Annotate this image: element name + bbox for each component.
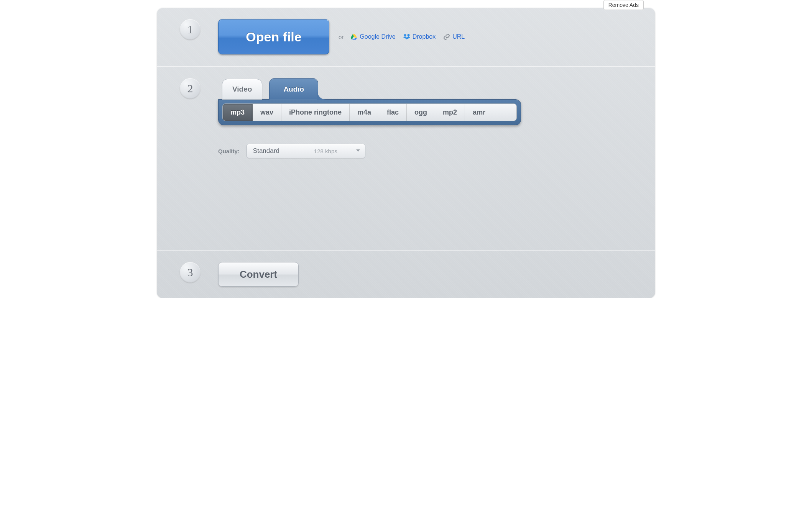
svg-marker-3 [403,34,407,36]
format-wav[interactable]: wav [253,104,281,121]
remove-ads-button[interactable]: Remove Ads [603,0,644,10]
format-mp2[interactable]: mp2 [435,104,465,121]
quality-bitrate: 128 kbps [314,148,337,154]
or-label: or [339,34,344,40]
google-drive-icon [350,33,357,40]
quality-name: Standard [253,147,279,155]
converter-panel: 1 Open file or Google Drive [157,8,655,298]
convert-button[interactable]: Convert [218,262,299,287]
format-list: mp3 wav iPhone ringtone m4a flac ogg mp2… [222,103,517,121]
format-bar: mp3 wav iPhone ringtone m4a flac ogg mp2… [218,99,521,125]
format-mp3[interactable]: mp3 [223,104,253,121]
format-amr[interactable]: amr [465,104,493,121]
format-iphone-ringtone[interactable]: iPhone ringtone [281,104,350,121]
step-1: 1 Open file or Google Drive [157,8,655,66]
google-drive-link[interactable]: Google Drive [350,33,395,40]
google-drive-label: Google Drive [360,33,395,40]
format-m4a[interactable]: m4a [350,104,379,121]
link-icon [443,33,450,40]
dropbox-link[interactable]: Dropbox [403,33,436,40]
format-flac[interactable]: flac [379,104,407,121]
step-3: 3 Convert [157,250,655,298]
dropbox-label: Dropbox [413,33,436,40]
url-label: URL [452,33,465,40]
tab-audio[interactable]: Audio [269,78,318,100]
chevron-down-icon [356,147,360,155]
tab-video[interactable]: Video [222,79,262,100]
step-number-3: 3 [180,262,201,283]
open-file-button[interactable]: Open file [218,19,329,54]
svg-marker-8 [356,149,360,152]
quality-select[interactable]: Standard 128 kbps [247,144,365,158]
svg-marker-4 [407,34,410,36]
quality-label: Quality: [218,148,240,154]
format-ogg[interactable]: ogg [407,104,435,121]
step-number-1: 1 [180,19,201,40]
dropbox-icon [403,33,410,40]
format-type-tabs: Video Audio [222,78,640,100]
step-number-2: 2 [180,78,201,99]
url-link[interactable]: URL [443,33,465,40]
step-2: 2 Video Audio mp3 wav iPhone ringtone m4… [157,66,655,250]
